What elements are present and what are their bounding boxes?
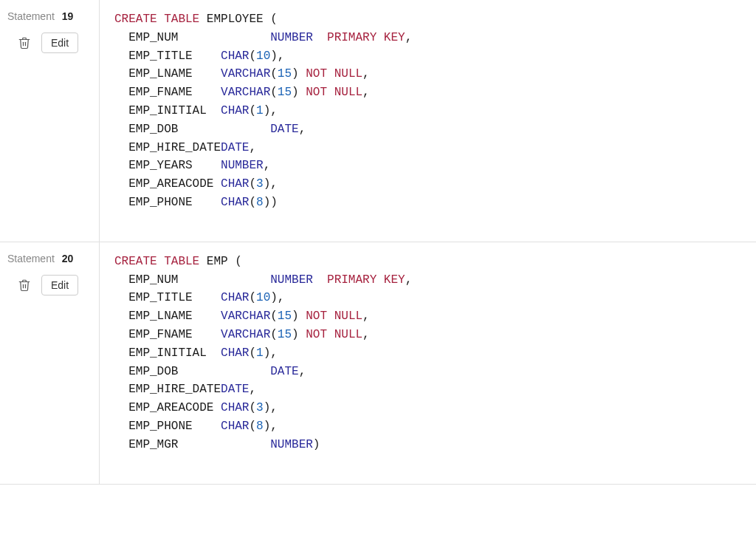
- statement-block: Statement19EditCREATE TABLE EMPLOYEE ( E…: [0, 0, 756, 242]
- statement-label: Statement: [7, 10, 55, 22]
- statement-actions: Edit: [7, 275, 92, 295]
- sql-code[interactable]: CREATE TABLE EMP ( EMP_NUM NUMBER PRIMAR…: [100, 242, 756, 484]
- statement-number: 20: [62, 253, 74, 264]
- edit-button[interactable]: Edit: [41, 275, 78, 295]
- statement-sidebar: Statement19Edit: [0, 0, 100, 242]
- statement-sidebar: Statement20Edit: [0, 242, 100, 484]
- statement-block: Statement20EditCREATE TABLE EMP ( EMP_NU…: [0, 242, 756, 485]
- statement-actions: Edit: [7, 33, 92, 53]
- statement-label: Statement: [7, 253, 55, 264]
- trash-icon[interactable]: [18, 278, 31, 292]
- sql-code[interactable]: CREATE TABLE EMPLOYEE ( EMP_NUM NUMBER P…: [100, 0, 756, 242]
- statement-header: Statement19: [7, 10, 92, 22]
- edit-button[interactable]: Edit: [41, 33, 78, 53]
- statement-number: 19: [62, 10, 74, 22]
- trash-icon[interactable]: [18, 36, 31, 49]
- statements-container: Statement19EditCREATE TABLE EMPLOYEE ( E…: [0, 0, 756, 485]
- statement-header: Statement20: [7, 253, 92, 264]
